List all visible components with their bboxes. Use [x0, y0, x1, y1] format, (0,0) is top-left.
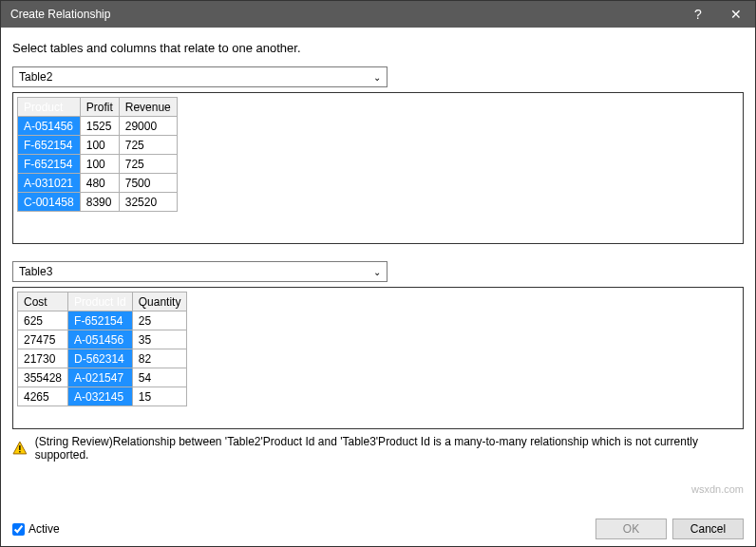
column-header[interactable]: Quantity — [132, 292, 187, 311]
table2-preview: CostProduct IdQuantity625F-6521542527475… — [12, 287, 744, 429]
table2-combo[interactable]: Table3 ⌄ — [12, 261, 387, 282]
table-cell[interactable]: 15 — [132, 387, 187, 406]
chevron-down-icon: ⌄ — [373, 72, 381, 83]
table-cell[interactable]: 82 — [132, 349, 187, 368]
svg-rect-2 — [19, 451, 20, 452]
table-row[interactable]: F-652154100725 — [18, 136, 178, 155]
table-cell[interactable]: 355428 — [18, 368, 68, 387]
table-cell[interactable]: 725 — [119, 136, 177, 155]
close-icon: ✕ — [730, 7, 742, 22]
table-cell[interactable]: 100 — [80, 155, 119, 174]
table-cell[interactable]: A-031021 — [18, 174, 81, 193]
warning-text: (String Review)Relationship between 'Tab… — [35, 435, 744, 462]
table-cell[interactable]: D-562314 — [68, 349, 133, 368]
active-checkbox[interactable] — [12, 523, 25, 536]
watermark: wsxdn.com — [691, 483, 744, 495]
cancel-button[interactable]: Cancel — [672, 519, 744, 539]
instruction-text: Select tables and columns that relate to… — [12, 41, 744, 55]
table-cell[interactable]: 480 — [80, 174, 119, 193]
column-header[interactable]: Cost — [18, 292, 68, 311]
chevron-down-icon: ⌄ — [373, 267, 381, 277]
table2-grid[interactable]: CostProduct IdQuantity625F-6521542527475… — [17, 292, 187, 406]
table1-preview: ProductProfitRevenueA-051456152529000F-6… — [12, 92, 744, 244]
warning-icon — [12, 441, 28, 456]
help-button[interactable]: ? — [679, 1, 717, 28]
table1-combo-value: Table2 — [19, 70, 373, 84]
table-row[interactable]: 355428A-02154754 — [18, 368, 187, 387]
table-cell[interactable]: F-652154 — [18, 155, 81, 174]
table-cell[interactable]: 625 — [18, 311, 68, 330]
table-cell[interactable]: 25 — [132, 311, 187, 330]
column-header[interactable]: Product Id — [68, 292, 133, 311]
table-cell[interactable]: 54 — [132, 368, 187, 387]
table-row[interactable]: 625F-65215425 — [18, 311, 187, 330]
table-cell[interactable]: F-652154 — [68, 311, 133, 330]
warning-row: (String Review)Relationship between 'Tab… — [1, 429, 755, 462]
table-cell[interactable]: 27475 — [18, 330, 68, 349]
table-cell[interactable]: 100 — [80, 136, 119, 155]
table-row[interactable]: A-0310214807500 — [18, 174, 178, 193]
table-cell[interactable]: C-001458 — [18, 193, 81, 212]
dialog-content: Select tables and columns that relate to… — [1, 28, 755, 429]
table-cell[interactable]: 29000 — [119, 117, 177, 136]
table-row[interactable]: 27475A-05145635 — [18, 330, 187, 349]
column-header[interactable]: Revenue — [119, 98, 177, 117]
table-row[interactable]: 21730D-56231482 — [18, 349, 187, 368]
table-cell[interactable]: 35 — [132, 330, 187, 349]
table-cell[interactable]: 7500 — [119, 174, 177, 193]
table-row[interactable]: 4265A-03214515 — [18, 387, 187, 406]
ok-button[interactable]: OK — [595, 519, 667, 539]
table-cell[interactable]: A-051456 — [18, 117, 81, 136]
table-cell[interactable]: A-021547 — [68, 368, 133, 387]
titlebar: Create Relationship ? ✕ — [1, 1, 755, 28]
table1-grid[interactable]: ProductProfitRevenueA-051456152529000F-6… — [17, 97, 178, 212]
table2-combo-value: Table3 — [19, 265, 373, 278]
active-label: Active — [28, 522, 60, 536]
table-cell[interactable]: 8390 — [80, 193, 119, 212]
table-cell[interactable]: A-051456 — [68, 330, 133, 349]
dialog-title: Create Relationship — [10, 8, 679, 21]
svg-rect-1 — [19, 445, 20, 450]
table-cell[interactable]: 4265 — [18, 387, 68, 406]
table1-combo[interactable]: Table2 ⌄ — [12, 66, 387, 87]
table-cell[interactable]: 725 — [119, 155, 177, 174]
table-cell[interactable]: A-032145 — [68, 387, 133, 406]
table-cell[interactable]: 21730 — [18, 349, 68, 368]
table-cell[interactable]: F-652154 — [18, 136, 81, 155]
table-cell[interactable]: 1525 — [80, 117, 119, 136]
column-header[interactable]: Profit — [80, 98, 119, 117]
dialog-footer: Active OK Cancel — [1, 512, 755, 546]
close-button[interactable]: ✕ — [717, 1, 755, 28]
table-row[interactable]: A-051456152529000 — [18, 117, 178, 136]
active-checkbox-row[interactable]: Active — [12, 522, 60, 536]
table-cell[interactable]: 32520 — [119, 193, 177, 212]
table-row[interactable]: F-652154100725 — [18, 155, 178, 174]
column-header[interactable]: Product — [18, 98, 81, 117]
table-row[interactable]: C-001458839032520 — [18, 193, 178, 212]
